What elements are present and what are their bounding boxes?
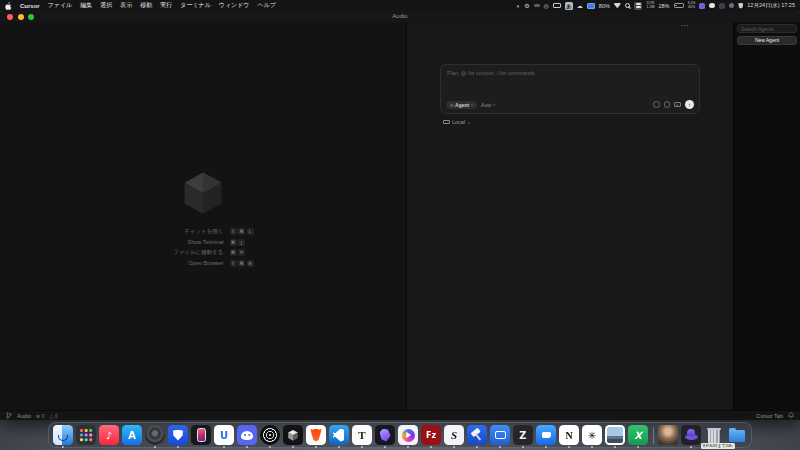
errors-indicator[interactable]: ⊗0 [36, 413, 44, 419]
battery-aux-percent[interactable]: 80% [599, 3, 610, 9]
shortcut-show-terminal[interactable]: Show Terminal ⌘J [151, 239, 256, 246]
dock-item-cursor[interactable] [283, 425, 303, 445]
dock-item-typora[interactable]: T [352, 425, 372, 445]
dock-item-chatgpt[interactable]: ✳ [582, 425, 602, 445]
menu-clock[interactable]: 12月24日(水) 17:25 [747, 2, 795, 9]
shortcut-label: ファイルに移動する [173, 249, 223, 256]
dock-item-xmind[interactable]: X [628, 425, 648, 445]
apple-menu-icon[interactable] [5, 2, 12, 10]
dock-item-camera-app[interactable] [260, 425, 280, 445]
screen-share-icon[interactable] [587, 3, 595, 9]
dock-item-photos[interactable] [605, 425, 625, 445]
cursor-cube-icon [283, 425, 303, 445]
dock-item-ulysses[interactable]: U [214, 425, 234, 445]
dock-item-vscode[interactable] [329, 425, 349, 445]
shortcut-open-browser[interactable]: Open Browser ⇧⌘B [151, 260, 256, 267]
zed-icon: Z [513, 425, 533, 445]
menu-run[interactable]: 実行 [160, 1, 172, 10]
control-center-icon[interactable] [634, 2, 643, 10]
model-selector[interactable]: Auto˅ [481, 102, 495, 108]
status-pill-icon[interactable] [534, 4, 540, 8]
menu-window[interactable]: ウィンドウ [219, 1, 250, 10]
input-source-icon[interactable]: あ [565, 2, 573, 10]
dock-item-system-utility[interactable] [145, 425, 165, 445]
gear-icon[interactable]: ⚙ [524, 3, 529, 9]
cloud-icon[interactable]: ☁ [577, 3, 583, 9]
dock-item-launchpad[interactable] [76, 425, 96, 445]
dock-item-trash[interactable] [704, 425, 724, 445]
dock-item-xcode[interactable] [467, 425, 487, 445]
menu-file[interactable]: ファイル [48, 1, 73, 10]
shield-icon[interactable] [738, 3, 743, 9]
dock-item-finder[interactable] [53, 425, 73, 445]
display-icon[interactable] [553, 3, 561, 9]
spotlight-icon[interactable] [625, 3, 630, 8]
dock-item-bitwarden[interactable] [168, 425, 188, 445]
search-agents-input[interactable]: Search Agents... [737, 24, 797, 33]
send-button[interactable]: ↑ [685, 100, 694, 109]
voice-icon[interactable] [653, 101, 660, 108]
dock-item-discord[interactable] [237, 425, 257, 445]
key-cmd: ⌘ [230, 249, 237, 256]
dock-item-window-manager[interactable] [490, 425, 510, 445]
purple-app-icon[interactable] [699, 3, 705, 9]
chat-toolbar: ∞Agent˅ Auto˅ ↑ [446, 100, 694, 109]
discord-icon [237, 425, 257, 445]
dock-item-filezilla[interactable]: Fz [421, 425, 441, 445]
git-branch-icon[interactable] [6, 412, 12, 419]
cursor-tab-toggle[interactable]: Cursor Tab [756, 413, 783, 419]
dock-item-appstore[interactable]: A [122, 425, 142, 445]
running-dot [246, 446, 248, 448]
dock-item-notion[interactable]: N [559, 425, 579, 445]
system-stats[interactable]: 3.2G45% [688, 2, 696, 9]
menu-selection[interactable]: 選択 [100, 1, 112, 10]
chevron-down-icon: ˅ [468, 120, 470, 125]
location-selector[interactable]: Local ˅ [443, 119, 700, 125]
cursor-cube-logo [180, 169, 226, 215]
display-toggle-icon[interactable]: ◐ [517, 3, 521, 9]
dock-item-s-editor[interactable]: S [444, 425, 464, 445]
record-icon[interactable]: ◎ [544, 3, 549, 9]
wifi-icon[interactable] [614, 3, 621, 9]
image-icon[interactable] [674, 102, 681, 108]
menu-view[interactable]: 表示 [120, 1, 132, 10]
shortcut-go-to-file[interactable]: ファイルに移動する ⌘P [151, 249, 256, 256]
status-bar: Audio ⊗0 △0 Cursor Tab [0, 410, 800, 420]
new-agent-button[interactable]: New Agent [737, 36, 797, 45]
dock-item-alfred[interactable] [681, 425, 701, 445]
shortcut-keys: ⌘P [230, 249, 256, 256]
dock-item-obsidian[interactable] [375, 425, 395, 445]
project-name[interactable]: Audio [17, 413, 31, 419]
menu-help[interactable]: ヘルプ [258, 1, 276, 10]
menu-edit[interactable]: 編集 [80, 1, 92, 10]
dock-item-minimized-window[interactable] [658, 425, 678, 445]
more-options-icon[interactable]: ⋯ [681, 21, 690, 31]
warnings-indicator[interactable]: △0 [50, 413, 58, 419]
network-stats[interactable]: 117K1.2M [646, 2, 654, 9]
battery-percent[interactable]: 28% [658, 3, 669, 9]
dark-app-icon[interactable] [719, 3, 725, 9]
menu-go[interactable]: 移動 [140, 1, 152, 10]
bell-icon[interactable] [788, 412, 794, 419]
dock-item-downloads-folder[interactable]: 8月30日まで24h [727, 425, 747, 445]
dock-item-zed[interactable]: Z [513, 425, 533, 445]
dock-item-iina[interactable] [398, 425, 418, 445]
shortcut-open-chat[interactable]: チャットを開く ⇧⌘L [151, 228, 256, 235]
dock-item-brave[interactable] [306, 425, 326, 445]
aperture-icon [260, 425, 280, 445]
menu-app-name[interactable]: Cursor [20, 3, 40, 9]
error-icon: ⊗ [36, 413, 40, 419]
xmind-icon: X [628, 425, 648, 445]
error-count: 0 [42, 413, 45, 419]
battery-icon[interactable] [674, 3, 684, 8]
menu-terminal[interactable]: ターミナル [180, 1, 211, 10]
dock-item-music[interactable]: ♪ [99, 425, 119, 445]
key-cmd: ⌘ [238, 228, 245, 235]
user-icon[interactable] [729, 3, 735, 9]
white-dot-icon[interactable] [709, 3, 715, 9]
agent-mode-selector[interactable]: ∞Agent˅ [446, 101, 477, 109]
chat-input[interactable]: Plan, @ for context, / for commands ∞Age… [440, 64, 700, 114]
dock-item-iphone-mirroring[interactable] [191, 425, 211, 445]
dock-item-blue-utility[interactable] [536, 425, 556, 445]
mention-icon[interactable] [664, 101, 671, 108]
